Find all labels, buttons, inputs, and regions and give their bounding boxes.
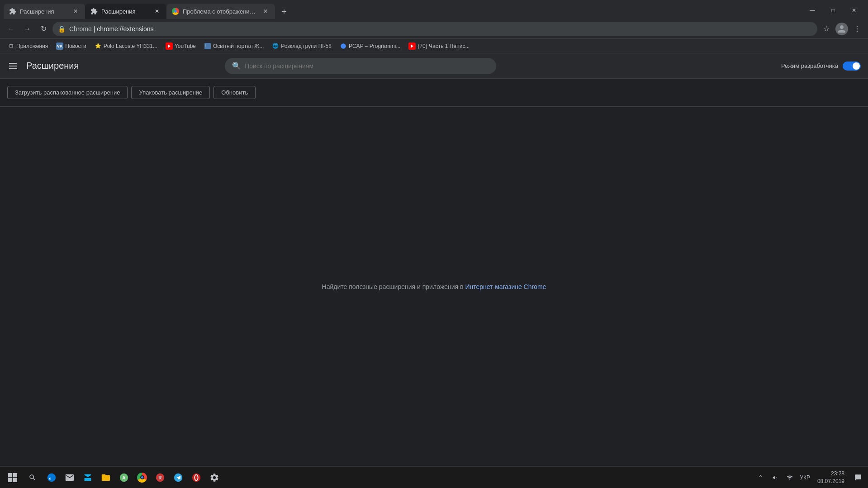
address-url: chrome://extensions [97,25,153,33]
hamburger-line-1 [9,63,17,64]
youtube-icon [166,43,173,50]
address-brand: Chrome [69,25,92,33]
tab-problem[interactable]: Проблема с отображением ин... ✕ [166,4,275,19]
back-button[interactable]: ← [4,22,18,36]
systray-network-icon[interactable] [783,471,796,484]
toolbar-actions: ☆ ⋮ [819,22,864,36]
schedule-icon: 🌐 [272,43,279,50]
bookmark-apps-label: Приложения [16,43,48,49]
hamburger-line-2 [9,66,17,66]
system-clock[interactable]: 23:28 08.07.2019 [814,470,848,485]
language-indicator[interactable]: УКР [800,474,810,481]
taskbar-store-icon[interactable] [80,469,96,486]
taskbar-app1-icon[interactable]: R [152,469,168,486]
minimize-button[interactable]: — [802,4,823,17]
bookmark-star-button[interactable]: ☆ [819,22,834,36]
taskbar: e A R [0,466,868,488]
dev-mode-area: Режим разработчика [781,62,861,71]
svg-text:R: R [158,475,162,480]
hamburger-line-3 [9,68,17,69]
maximize-button[interactable]: □ [823,4,844,17]
empty-message-prefix: Найдите полезные расширения и приложения… [322,283,465,290]
bookmark-portal[interactable]: i Освітній портал Ж... [200,41,267,52]
reload-button[interactable]: ↻ [36,22,51,36]
page-title: Расширения [26,61,79,71]
bookmark-video-label: (70) Часть 1 Напис... [417,43,470,49]
start-button[interactable] [4,469,22,487]
toggle-thumb [853,62,860,70]
taskbar-adguard-icon[interactable]: A [116,469,132,486]
bookmark-polo[interactable]: ⭐ Polo Lacoste YH331... [91,41,161,52]
extensions-header: Расширения 🔍 Режим разработчика [0,53,868,79]
bookmark-polo-label: Polo Lacoste YH331... [104,43,157,49]
bookmark-video[interactable]: (70) Часть 1 Напис... [405,41,473,52]
browser-toolbar: ← → ↻ 🔒 Chrome | chrome://extensions ☆ ⋮ [0,19,868,39]
systray-icons: ⌃ [754,471,796,484]
clock-time: 23:28 [817,470,844,478]
clock-date: 08.07.2019 [817,478,844,485]
title-bar: Расширения ✕ Расширения ✕ Проблема с ото… [0,0,868,19]
new-tab-button[interactable]: + [277,5,291,19]
empty-state-message: Найдите полезные расширения и приложения… [322,283,546,290]
tab-favicon-2 [90,8,98,15]
browser-frame: Расширения ✕ Расширения ✕ Проблема с ото… [0,0,868,488]
tab-title-1: Расширения [20,8,68,15]
svg-text:i: i [205,44,206,48]
taskbar-telegram-icon[interactable] [170,469,186,486]
taskbar-edge-icon[interactable]: e [43,469,60,486]
bookmark-pcap-label: PCAP – Programmi... [349,43,400,49]
bookmarks-bar: ⊞ Приложения VK Новости ⭐ Polo Lacoste Y… [0,39,868,53]
systray-speaker-icon[interactable] [769,471,782,484]
svg-point-2 [341,43,346,49]
actions-bar: Загрузить распакованное расширение Упако… [0,79,868,107]
taskbar-search-button[interactable] [24,469,42,487]
menu-button[interactable]: ⋮ [850,22,864,36]
tab-title-3: Проблема с отображением ин... [183,8,258,15]
tab-extensions-1[interactable]: Расширения ✕ [4,4,85,19]
tab-close-3[interactable]: ✕ [261,7,270,15]
systray-chevron-icon[interactable]: ⌃ [754,471,767,484]
video-yt-icon [408,43,416,50]
profile-avatar[interactable] [835,23,848,35]
vk-icon: VK [56,43,63,50]
load-unpacked-button[interactable]: Загрузить распакованное расширение [7,86,128,99]
page-content: Расширения 🔍 Режим разработчика Загрузит… [0,53,868,466]
tab-extensions-2[interactable]: Расширения ✕ [85,4,166,19]
bookmark-youtube-label: YouTube [175,43,196,49]
search-icon: 🔍 [232,62,241,70]
lock-icon: 🔒 [58,25,66,33]
search-input[interactable] [245,62,489,70]
tab-close-2[interactable]: ✕ [153,7,161,15]
bookmark-apps[interactable]: ⊞ Приложения [4,41,52,52]
hamburger-menu[interactable] [7,61,19,71]
pack-extension-button[interactable]: Упаковать расширение [131,86,210,99]
tab-favicon-1 [9,8,16,15]
taskbar-explorer-icon[interactable] [98,469,114,486]
pcap-icon [340,43,347,50]
address-bar[interactable]: 🔒 Chrome | chrome://extensions [52,22,817,36]
bookmark-youtube[interactable]: YouTube [162,41,199,52]
close-button[interactable]: ✕ [844,4,864,17]
window-controls: — □ ✕ [802,4,864,19]
bookmark-schedule[interactable]: 🌐 Розклад групи ПІ-58 [268,41,335,52]
address-text: Chrome | chrome://extensions [69,25,812,33]
taskbar-chrome-icon[interactable] [134,469,150,486]
notification-center-icon[interactable] [852,471,864,484]
tab-close-1[interactable]: ✕ [71,7,80,15]
bookmark-schedule-label: Розклад групи ПІ-58 [281,43,332,49]
bookmark-news[interactable]: VK Новости [52,41,90,52]
apps-icon: ⊞ [7,43,14,50]
star-bookmark-icon: ⭐ [95,43,102,50]
taskbar-opera-icon[interactable] [188,469,204,486]
search-bar[interactable]: 🔍 [225,58,496,74]
bookmark-news-label: Новости [65,43,86,49]
dev-mode-toggle[interactable] [843,62,861,71]
portal-icon: i [204,43,211,50]
chrome-store-link[interactable]: Интернет-магазине Chrome [465,283,546,290]
tab-favicon-3 [172,8,179,15]
forward-button[interactable]: → [20,22,34,36]
bookmark-pcap[interactable]: PCAP – Programmi... [336,41,404,52]
taskbar-settings-icon[interactable] [206,469,223,486]
taskbar-mail-icon[interactable] [62,469,78,486]
update-button[interactable]: Обновить [213,86,256,99]
